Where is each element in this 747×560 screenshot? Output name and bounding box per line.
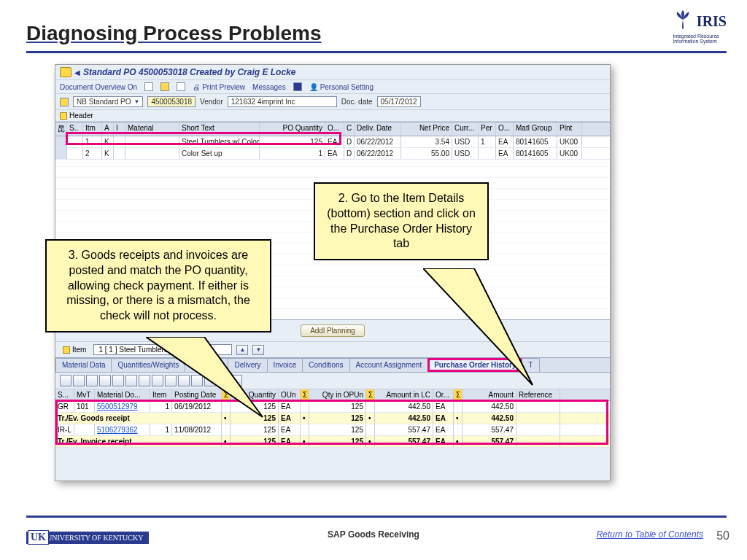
iris-brand: IRIS (697, 13, 727, 30)
edit-icon[interactable] (160, 82, 169, 91)
svg-marker-0 (146, 337, 263, 417)
tab-account-assignment[interactable]: Account Assignment (349, 358, 429, 372)
col-c[interactable]: C (344, 122, 355, 136)
grid-row[interactable]: 1KSteel Tumblers w/ Color ..125EAD06/22/… (55, 136, 610, 148)
iris-sub2: Information System (673, 39, 727, 44)
col-price[interactable]: Net Price (401, 122, 452, 136)
hist-tool-5[interactable] (112, 375, 124, 386)
hist-tool-4[interactable] (99, 375, 111, 386)
toc-link[interactable]: Return to Table of Contents (597, 529, 703, 540)
col-matl[interactable]: Matl Group (514, 122, 557, 136)
create-icon[interactable] (144, 82, 153, 91)
tab-material-data[interactable]: Material Data (55, 358, 112, 372)
po-type-select[interactable]: NB Standard PO▼ (73, 96, 143, 107)
history-row[interactable]: IR-L5106279362111/08/2012125EA125557.47E… (55, 424, 610, 436)
sap-titlebar: ◀ Standard PO 4500053018 Created by Crai… (55, 65, 610, 80)
hist-tool-1[interactable] (60, 375, 71, 386)
addl-planning-button[interactable]: Addl Planning (301, 324, 365, 337)
col-plnt[interactable]: Plnt (557, 122, 582, 136)
person-icon: 👤 (309, 83, 318, 91)
col-a[interactable]: A (102, 122, 114, 136)
docdate-label: Doc. date (341, 98, 373, 106)
hist-tool-3[interactable] (86, 375, 98, 386)
svg-marker-1 (423, 268, 533, 385)
col-material[interactable]: Material (125, 122, 179, 136)
folder-icon (63, 346, 70, 354)
col-handle: 昆 (55, 122, 67, 136)
iris-flower-icon (673, 9, 693, 34)
title-underline (26, 51, 727, 53)
page-number: 50 (716, 529, 729, 542)
history-row[interactable]: Tr./Ev. Goods receipt•125EA•125•442.50EA… (55, 413, 610, 424)
col-oun[interactable]: O... (325, 122, 344, 136)
col-s[interactable]: S.. (67, 122, 83, 136)
vendor-label: Vendor (200, 98, 223, 106)
history-row[interactable]: Tr./Ev. Invoice receipt•125EA•125•557.47… (55, 436, 610, 448)
callout-2-tail (423, 268, 540, 392)
messages-button[interactable]: Messages (252, 83, 286, 91)
slide-title: Diagnosing Process Problems (26, 22, 322, 45)
col-qty[interactable]: PO Quantity (260, 122, 325, 136)
hcol-doc[interactable]: Material Do... (95, 389, 150, 400)
hcol-mvt[interactable]: MvT (74, 389, 95, 400)
sap-window-title: Standard PO 4500053018 Created by Craig … (83, 67, 295, 77)
grid-row[interactable]: 2KColor Set up1EAD06/22/201255.00USDEA80… (55, 148, 610, 160)
folder-icon (60, 112, 67, 120)
hcol-sig3[interactable]: Σ (366, 389, 375, 400)
col-itm[interactable]: Itm (83, 122, 102, 136)
printer-icon: 🖨 (193, 83, 200, 91)
callout-3: 3. Goods receipts and invoices are poste… (45, 239, 271, 332)
col-deliv[interactable]: Deliv. Date (355, 122, 401, 136)
print-preview-button[interactable]: 🖨Print Preview (193, 83, 245, 91)
history-row[interactable]: GR1015500512979106/19/2012125EA125442.50… (55, 401, 610, 413)
back-icon[interactable]: ◀ (74, 69, 80, 77)
sap-toolbar: Document Overview On 🖨Print Preview Mess… (55, 80, 610, 94)
history-section: S... MvT Material Do... Item Posting Dat… (55, 389, 610, 448)
iris-sub1: Integrated Resource (673, 34, 727, 39)
col-i[interactable]: I (114, 122, 125, 136)
col-o2[interactable]: O... (496, 122, 514, 136)
col-shorttext[interactable]: Short Text (179, 122, 260, 136)
personal-setting-button[interactable]: 👤Personal Setting (309, 83, 374, 91)
iris-logo: IRIS Integrated Resource Information Sys… (673, 9, 727, 44)
hcol-sig2[interactable]: Σ (301, 389, 309, 400)
other-icon[interactable] (177, 82, 185, 91)
col-curr[interactable]: Curr... (452, 122, 479, 136)
callout-3-tail (146, 337, 277, 424)
hist-tool-6[interactable] (125, 375, 137, 386)
docdate-field[interactable]: 05/17/2012 (377, 96, 421, 107)
sap-app-icon (60, 67, 71, 77)
expand-icon[interactable] (60, 98, 69, 106)
sap-header-row: NB Standard PO▼ 4500053018 Vendor 121632… (55, 94, 610, 110)
info-icon[interactable] (293, 82, 302, 91)
chevron-down-icon: ▼ (133, 98, 139, 105)
col-per[interactable]: Per (479, 122, 496, 136)
footer-rule (26, 516, 727, 518)
header-collapse-button[interactable]: Header (55, 110, 610, 122)
hcol-oun[interactable]: OUn (279, 389, 301, 400)
doc-overview-button[interactable]: Document Overview On (60, 83, 137, 91)
po-number-field[interactable]: 4500053018 (147, 96, 196, 107)
hcol-qop[interactable]: Qty in OPUn (309, 389, 366, 400)
item-grid-header: 昆 S.. Itm A I Material Short Text PO Qua… (55, 122, 610, 136)
hcol-s[interactable]: S... (55, 389, 74, 400)
callout-2: 2. Go to the Item Details (bottom) secti… (314, 182, 489, 260)
item-collapse-button[interactable]: Item (60, 345, 89, 354)
tab-conditions[interactable]: Conditions (302, 358, 349, 372)
hist-tool-2[interactable] (73, 375, 85, 386)
vendor-field[interactable]: 121632 4imprint Inc (228, 96, 337, 107)
